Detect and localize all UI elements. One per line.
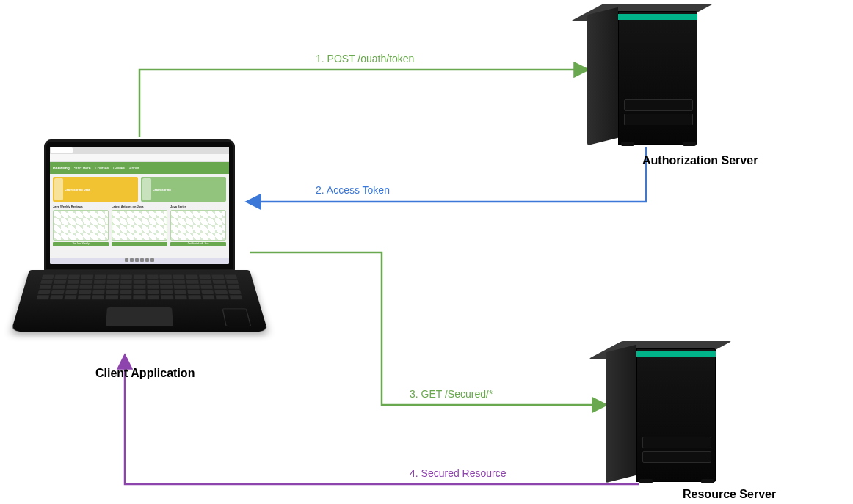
arrow-3-label: 3. GET /Secured/* <box>410 388 493 400</box>
column-2: Latest Articles on Java <box>112 205 167 246</box>
authorization-server-node <box>587 4 697 143</box>
column-2-header: Latest Articles on Java <box>112 205 167 208</box>
column-1: Java Weekly Reviews The Java Weekly <box>53 205 109 246</box>
authorization-server-label: Authorization Server <box>642 154 758 167</box>
nav-item: Courses <box>95 166 109 170</box>
site-logo: Baeldung <box>53 166 70 170</box>
banner-left-title: Learn Spring Data <box>65 188 90 191</box>
arrow-4-label: 4. Secured Resource <box>410 467 507 479</box>
arrow-3-get-secured <box>250 252 606 405</box>
laptop-badge <box>222 309 252 327</box>
keyboard-icon <box>35 275 244 305</box>
column-3-footer: Get Started with Java <box>170 242 226 246</box>
site-name: Baeldung <box>53 166 70 170</box>
client-application-label: Client Application <box>95 367 195 380</box>
banner-right: Learn Spring <box>141 177 226 202</box>
nav-item: Start Here <box>74 166 91 170</box>
laptop-base <box>11 270 268 332</box>
server-accent-bar <box>636 351 716 357</box>
nav-item: About <box>129 166 139 170</box>
client-application-node: Baeldung Start Here Courses Guides About… <box>29 139 250 352</box>
resource-server-label: Resource Server <box>683 488 776 501</box>
resource-server-node <box>606 341 716 481</box>
os-taskbar <box>50 258 229 264</box>
laptop-screen: Baeldung Start Here Courses Guides About… <box>50 147 229 264</box>
arrow-2-access-token <box>247 147 646 202</box>
server-accent-bar <box>618 14 697 20</box>
arrow-1-label: 1. POST /ouath/token <box>316 53 414 65</box>
column-3-header: Java Series <box>170 205 226 208</box>
arrow-4-secured-resource <box>125 356 639 484</box>
arrow-1-post-token <box>139 70 587 137</box>
column-1-header: Java Weekly Reviews <box>53 205 109 208</box>
trackpad <box>106 307 173 326</box>
browser-tabbar <box>50 147 229 154</box>
arrow-2-label: 2. Access Token <box>316 184 390 196</box>
browser-addressbar <box>50 154 229 162</box>
banner-right-title: Learn Spring <box>153 188 171 191</box>
column-3: Java Series Get Started with Java <box>170 205 226 246</box>
site-navbar: Baeldung Start Here Courses Guides About <box>50 162 229 174</box>
column-1-footer: The Java Weekly <box>53 242 109 246</box>
banner-left: Learn Spring Data <box>53 177 138 202</box>
nav-item: Guides <box>113 166 125 170</box>
